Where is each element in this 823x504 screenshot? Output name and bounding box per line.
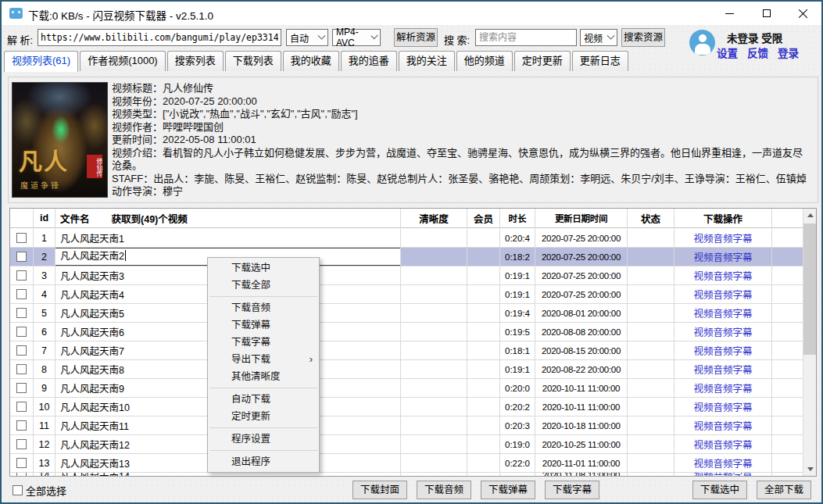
checkbox[interactable] <box>16 327 27 337</box>
table-row[interactable]: 3凡人风起天南30:19:12020-07-25 20:00:00视频音频字幕 <box>10 266 803 285</box>
context-menu-item[interactable]: 下载弹幕 <box>208 316 319 334</box>
download-danmaku-button[interactable]: 下载弹幕 <box>481 481 535 499</box>
checkbox[interactable] <box>16 289 27 299</box>
subtitle-link[interactable]: 字幕 <box>733 306 753 320</box>
download-audio-button[interactable]: 下载音频 <box>417 481 471 499</box>
subtitle-link[interactable]: 字幕 <box>733 287 753 302</box>
context-menu-item[interactable]: 程序设置 <box>208 431 319 448</box>
download-all-button[interactable]: 全部下载 <box>757 481 811 499</box>
minimize-button[interactable] <box>711 2 748 25</box>
video-link[interactable]: 视频 <box>693 418 713 433</box>
video-link[interactable]: 视频 <box>693 437 713 452</box>
audio-link[interactable]: 音频 <box>713 343 732 358</box>
search-input[interactable] <box>475 29 577 46</box>
tab-1[interactable]: 视频列表(61) <box>4 51 78 72</box>
video-link[interactable]: 视频 <box>693 249 713 264</box>
audio-link[interactable]: 音频 <box>713 437 732 452</box>
checkbox[interactable] <box>16 383 27 393</box>
context-menu-item[interactable]: 下载选中 <box>208 259 319 277</box>
checkbox[interactable] <box>16 458 27 468</box>
table-row[interactable]: 1凡人风起天南10:20:42020-07-25 20:00:00视频音频字幕 <box>10 229 803 248</box>
tab-8[interactable]: 他的频道 <box>456 51 513 71</box>
subtitle-link[interactable]: 字幕 <box>733 249 753 264</box>
download-selected-button[interactable]: 下载选中 <box>692 481 747 499</box>
subtitle-link[interactable]: 字幕 <box>733 437 753 452</box>
table-row[interactable]: 10凡人风起天南100:20:22020-10-11 11:00:00视频音频字… <box>10 398 803 416</box>
format-select[interactable]: MP4-AVC <box>332 29 381 46</box>
subtitle-link[interactable]: 字幕 <box>733 343 753 358</box>
video-link[interactable]: 视频 <box>693 287 713 302</box>
table-row[interactable]: 9凡人风起天南90:20:02020-10-11 11:00:00视频音频字幕 <box>10 379 803 398</box>
checkbox[interactable] <box>16 402 27 412</box>
audio-link[interactable]: 音频 <box>713 287 732 302</box>
video-link[interactable]: 视频 <box>693 399 713 414</box>
scrollbar-thumb[interactable] <box>803 223 817 355</box>
checkbox[interactable] <box>16 252 27 262</box>
maximize-button[interactable] <box>748 2 785 25</box>
settings-link[interactable]: 设置 <box>717 45 738 60</box>
context-menu-item[interactable]: 其他清晰度 <box>208 368 319 385</box>
audio-link[interactable]: 音频 <box>713 268 732 283</box>
video-link[interactable]: 视频 <box>693 456 713 470</box>
feedback-link[interactable]: 反馈 <box>747 45 768 60</box>
avatar[interactable] <box>689 30 715 55</box>
tab-2[interactable]: 作者视频(1000) <box>80 51 166 71</box>
context-menu-item[interactable]: 下载全部 <box>208 277 319 294</box>
checkbox[interactable] <box>16 345 27 356</box>
tab-5[interactable]: 我的收藏 <box>283 51 339 71</box>
checkbox[interactable] <box>16 439 27 449</box>
subtitle-link[interactable]: 字幕 <box>733 268 753 283</box>
video-link[interactable]: 视频 <box>693 324 713 339</box>
table-row[interactable]: 2凡人风起天南20:18:22020-07-25 20:00:00视频音频字幕 <box>10 248 803 266</box>
video-link[interactable]: 视频 <box>693 306 713 320</box>
audio-link[interactable]: 音频 <box>713 381 732 395</box>
download-cover-button[interactable]: 下载封面 <box>352 481 407 499</box>
subtitle-link[interactable]: 字幕 <box>733 362 753 377</box>
table-row[interactable]: 7凡人风起天南70:18:12020-08-15 20:00:00视频音频字幕 <box>10 341 803 360</box>
tab-10[interactable]: 更新日志 <box>572 51 628 71</box>
tab-4[interactable]: 下载列表 <box>225 51 281 71</box>
context-menu-item[interactable]: 定时更新 <box>208 408 319 425</box>
video-link[interactable]: 视频 <box>693 381 713 395</box>
search-type-select[interactable]: 视频 <box>580 29 617 46</box>
tab-3[interactable]: 搜索列表 <box>167 51 224 71</box>
checkbox[interactable] <box>16 420 27 431</box>
select-all-checkbox[interactable]: 全部选择 <box>13 483 66 498</box>
checkbox[interactable] <box>16 270 27 281</box>
close-button[interactable] <box>785 2 821 25</box>
video-link[interactable]: 视频 <box>693 343 713 358</box>
subtitle-link[interactable]: 字幕 <box>733 418 753 433</box>
subtitle-link[interactable]: 字幕 <box>733 456 753 470</box>
quality-select[interactable]: 自动 <box>286 29 328 46</box>
audio-link[interactable]: 音频 <box>713 249 732 264</box>
audio-link[interactable]: 音频 <box>713 418 732 433</box>
checkbox[interactable] <box>16 308 27 318</box>
context-menu-item[interactable]: 下载字幕 <box>208 334 319 351</box>
subtitle-link[interactable]: 字幕 <box>733 231 753 245</box>
tab-6[interactable]: 我的追番 <box>341 51 397 71</box>
subtitle-link[interactable]: 字幕 <box>733 399 753 414</box>
context-menu-item[interactable]: 导出下载› <box>208 351 319 368</box>
context-menu-item[interactable]: 退出程序 <box>208 453 319 470</box>
audio-link[interactable]: 音频 <box>713 399 732 414</box>
login-link[interactable]: 登录 <box>778 45 799 60</box>
checkbox[interactable] <box>16 364 27 374</box>
audio-link[interactable]: 音频 <box>713 324 732 339</box>
audio-link[interactable]: 音频 <box>713 456 732 470</box>
table-row[interactable]: 6凡人风起天南60:19:52020-08-08 20:00:00视频音频字幕 <box>10 323 803 341</box>
table-row[interactable]: 13凡人风起天南130:22:02020-11-01 11:00:00视频音频字… <box>10 454 803 473</box>
parse-resource-button[interactable]: 解析资源 <box>394 28 438 47</box>
video-link[interactable]: 视频 <box>693 268 713 283</box>
audio-link[interactable]: 音频 <box>713 306 732 320</box>
context-menu-item[interactable]: 下载音频 <box>208 299 319 316</box>
audio-link[interactable]: 音频 <box>713 362 732 377</box>
scroll-down-button[interactable] <box>803 463 817 476</box>
tab-7[interactable]: 我的关注 <box>399 51 455 71</box>
scroll-up-button[interactable] <box>803 209 817 222</box>
table-row[interactable]: 4凡人风起天南40:19:12020-07-25 20:00:00视频音频字幕 <box>10 285 803 304</box>
context-menu-item[interactable]: 自动下载 <box>208 391 319 408</box>
video-link[interactable]: 视频 <box>693 362 713 377</box>
table-row[interactable]: 5凡人风起天南50:19:42020-08-01 20:00:00视频音频字幕 <box>10 304 803 323</box>
tab-9[interactable]: 定时更新 <box>514 51 571 71</box>
subtitle-link[interactable]: 字幕 <box>733 381 753 395</box>
